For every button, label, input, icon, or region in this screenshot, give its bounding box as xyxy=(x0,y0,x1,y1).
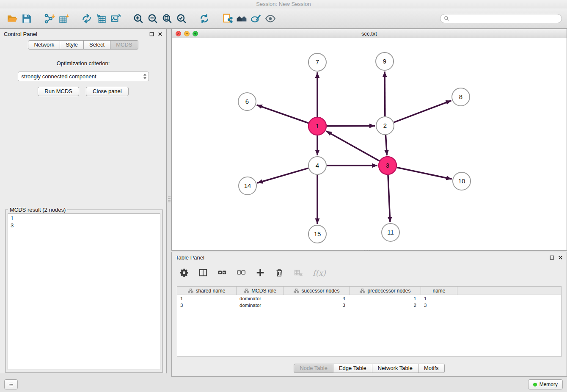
cell-mcds-role[interactable]: dominator xyxy=(237,303,284,308)
graph-node-label: 3 xyxy=(386,162,389,169)
graph-edge-2-9[interactable] xyxy=(385,72,385,116)
close-panel-icon[interactable] xyxy=(158,32,162,36)
zoom-in-icon xyxy=(133,13,144,24)
tab-style[interactable]: Style xyxy=(60,40,84,50)
vertical-splitter-handle[interactable] xyxy=(168,196,171,203)
open-folder-icon xyxy=(7,13,18,24)
graph-node-label: 7 xyxy=(316,58,319,66)
tab-edge-table[interactable]: Edge Table xyxy=(333,364,372,373)
deselect-all-button[interactable] xyxy=(237,268,246,277)
cell-shared-name[interactable]: 3 xyxy=(177,303,237,308)
graph-node-label: 6 xyxy=(245,98,249,105)
memory-button[interactable]: Memory xyxy=(528,379,563,389)
table-mode-button[interactable] xyxy=(179,268,189,277)
graph-edge-3-10[interactable] xyxy=(397,168,452,179)
cell-predecessor-nodes[interactable]: 1 xyxy=(350,296,421,301)
column-header-successor-nodes[interactable]: successor nodes xyxy=(284,287,350,295)
zoom-in-button[interactable] xyxy=(131,11,146,26)
table-row[interactable]: 3 dominator 3 2 3 xyxy=(177,302,561,309)
network-home-button[interactable] xyxy=(234,11,249,26)
status-bar: Memory xyxy=(0,377,567,392)
zoom-out-button[interactable] xyxy=(146,11,160,26)
tab-motifs[interactable]: Motifs xyxy=(418,364,445,373)
first-neighbors-button[interactable] xyxy=(80,11,94,26)
list-icon xyxy=(8,381,14,387)
close-window-icon[interactable] xyxy=(176,31,181,36)
mcds-result-list[interactable]: 1 3 xyxy=(8,213,160,370)
graph-edge-3-1[interactable] xyxy=(326,131,380,161)
main-toolbar xyxy=(0,8,567,29)
search-icon xyxy=(444,16,449,21)
minimize-glyph-icon xyxy=(185,32,188,35)
export-image-button[interactable] xyxy=(108,11,123,26)
mcds-buttons-row: Run MCDS Close panel xyxy=(0,87,166,96)
graph-edge-1-6[interactable] xyxy=(257,105,309,123)
delete-table-button[interactable] xyxy=(294,268,303,277)
run-mcds-button[interactable]: Run MCDS xyxy=(38,87,79,96)
table-panel: Table Panel xyxy=(171,252,567,377)
tab-select[interactable]: Select xyxy=(84,40,110,50)
network-canvas[interactable]: 7968124314101511 xyxy=(172,38,567,250)
tab-mcds[interactable]: MCDS xyxy=(110,40,138,50)
zoom-fit-button[interactable] xyxy=(160,11,174,26)
column-header-name[interactable]: name xyxy=(421,287,457,295)
graph-edge-1-2[interactable] xyxy=(327,126,375,126)
function-builder-button[interactable]: f(x) xyxy=(313,268,326,277)
mcds-result-title: MCDS result (2 nodes) xyxy=(8,207,67,213)
graph-edge-2-8[interactable] xyxy=(394,101,451,123)
cell-successor-nodes[interactable]: 4 xyxy=(284,296,350,301)
graph-edge-4-14[interactable] xyxy=(257,168,308,183)
add-column-button[interactable] xyxy=(256,268,265,277)
tab-node-table[interactable]: Node Table xyxy=(294,364,333,373)
deselect-all-icon xyxy=(237,268,246,277)
tab-network-table[interactable]: Network Table xyxy=(372,364,418,373)
table-header-row: shared name MCDS role successor nodes pr… xyxy=(177,287,561,295)
show-columns-button[interactable] xyxy=(198,268,208,277)
cell-predecessor-nodes[interactable]: 2 xyxy=(350,303,421,308)
float-panel-icon[interactable] xyxy=(149,32,154,36)
show-details-button[interactable] xyxy=(263,11,278,26)
cell-successor-nodes[interactable]: 3 xyxy=(284,303,350,308)
apply-layout-button[interactable] xyxy=(197,11,212,26)
column-header-mcds-role[interactable]: MCDS role xyxy=(237,287,284,295)
zoom-selected-button[interactable] xyxy=(174,11,189,26)
import-network-button[interactable] xyxy=(42,11,57,26)
cell-mcds-role[interactable]: dominator xyxy=(237,296,284,301)
window-traffic-lights xyxy=(172,31,198,36)
control-panel-header: Control Panel xyxy=(0,29,166,39)
node-table: shared name MCDS role successor nodes pr… xyxy=(177,286,561,357)
mcds-result-item[interactable]: 3 xyxy=(11,222,157,229)
open-file-button[interactable] xyxy=(5,11,19,26)
graph-node-label: 1 xyxy=(316,122,319,130)
minimize-window-icon[interactable] xyxy=(184,31,190,36)
mcds-result-item[interactable]: 1 xyxy=(11,215,157,222)
table-row[interactable]: 1 dominator 4 1 1 xyxy=(177,295,561,302)
tab-network[interactable]: Network xyxy=(28,40,60,50)
save-session-button[interactable] xyxy=(19,11,34,26)
close-panel-button[interactable]: Close panel xyxy=(86,87,129,96)
graph-edge-2-3[interactable] xyxy=(385,135,387,155)
cell-shared-name[interactable]: 1 xyxy=(177,296,237,301)
delete-column-button[interactable] xyxy=(275,268,284,277)
select-all-button[interactable] xyxy=(217,268,227,277)
optimization-criterion-select[interactable]: strongly connected component xyxy=(18,72,149,81)
network-from-table-button[interactable] xyxy=(94,11,108,26)
refresh-icon xyxy=(199,13,210,24)
cell-name[interactable]: 3 xyxy=(421,303,457,308)
column-header-shared-name[interactable]: shared name xyxy=(177,287,237,295)
float-panel-icon[interactable] xyxy=(550,255,554,260)
import-table-button[interactable] xyxy=(57,11,71,26)
graph-edge-3-11[interactable] xyxy=(388,175,390,222)
maximize-window-icon[interactable] xyxy=(193,31,198,36)
column-header-predecessor-nodes[interactable]: predecessor nodes xyxy=(350,287,421,295)
search-input[interactable] xyxy=(451,15,558,22)
task-history-button[interactable] xyxy=(4,379,18,389)
cell-name[interactable]: 1 xyxy=(421,296,457,301)
network-window-title: scc.txt xyxy=(172,30,567,37)
close-panel-icon[interactable] xyxy=(558,255,563,260)
style-pen-button[interactable] xyxy=(249,11,263,26)
clone-network-button[interactable] xyxy=(220,11,234,26)
plus-icon xyxy=(256,268,265,277)
column-label: predecessor nodes xyxy=(367,288,410,294)
column-label: successor nodes xyxy=(301,288,339,294)
